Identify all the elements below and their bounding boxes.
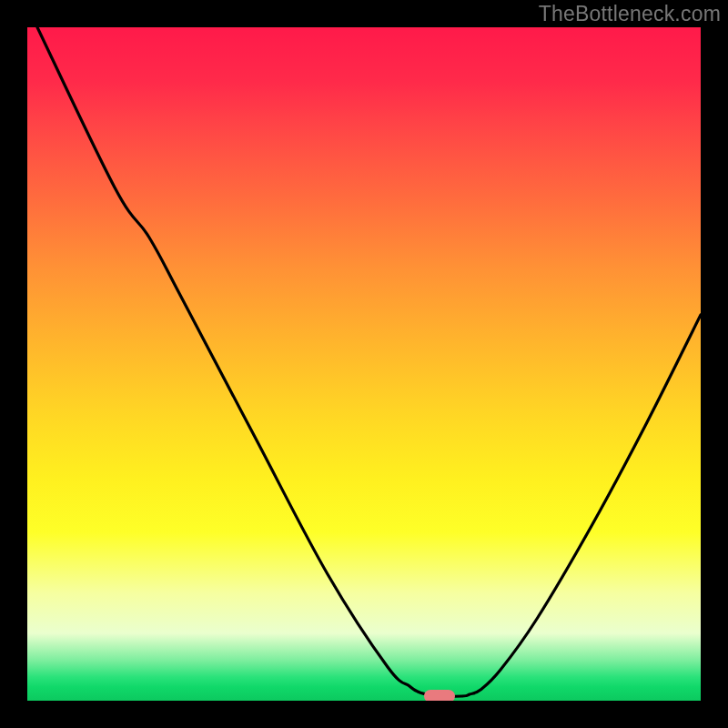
bottleneck-curve — [27, 27, 701, 701]
chart-frame: TheBottleneck.com — [0, 0, 728, 728]
optimal-point-marker — [424, 690, 455, 701]
watermark-text: TheBottleneck.com — [539, 2, 721, 26]
plot-area — [27, 27, 701, 701]
